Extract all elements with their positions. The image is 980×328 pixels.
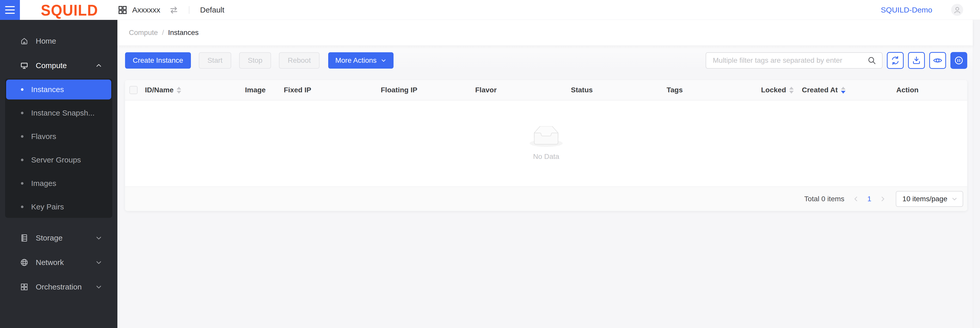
column-header-created-at[interactable]: Created At (799, 80, 893, 100)
menu-toggle-button[interactable] (0, 0, 20, 20)
domain-name: Default (200, 6, 224, 14)
auto-refresh-pause-button[interactable] (950, 52, 967, 69)
column-header-floating-ip: Floating IP (378, 80, 472, 100)
search-input[interactable] (713, 56, 867, 65)
sidebar-item-label: Compute (36, 61, 67, 70)
sidebar-item-flavors[interactable]: Flavors (6, 127, 111, 146)
sidebar-item-label: Home (36, 37, 56, 45)
sidebar-item-storage[interactable]: Storage (0, 228, 118, 248)
column-header-flavor: Flavor (472, 80, 568, 100)
sidebar-item-label: Server Groups (31, 155, 81, 164)
column-header-fixed-ip: Fixed IP (281, 80, 378, 100)
column-header-image: Image (242, 80, 281, 100)
chevron-down-icon (95, 259, 102, 266)
sidebar-item-label: Instances (31, 85, 64, 94)
select-all-cell (125, 80, 142, 100)
sidebar-item-key-pairs[interactable]: Key Pairs (6, 197, 111, 217)
instances-table: ID/Name Image Fixed IP Floating IP (125, 80, 967, 211)
switch-project-button[interactable] (169, 5, 179, 15)
hamburger-icon (5, 6, 15, 7)
topbar-divider (189, 6, 189, 14)
column-header-tags: Tags (663, 80, 758, 100)
brand-logo: SQUILD (41, 1, 118, 19)
chevron-left-icon (853, 196, 859, 202)
bullet-icon (21, 182, 24, 185)
reboot-button[interactable]: Reboot (279, 52, 319, 69)
breadcrumb-current: Instances (168, 29, 199, 37)
start-button[interactable]: Start (199, 52, 231, 69)
appstore-icon (118, 5, 127, 15)
sidebar-item-compute[interactable]: Compute (0, 55, 118, 76)
sidebar-item-label: Orchestration (36, 283, 82, 291)
page-size-select[interactable]: 10 items/page (896, 191, 963, 207)
breadcrumb-compute-link[interactable]: Compute (129, 29, 158, 37)
refresh-button[interactable] (887, 52, 904, 69)
pagination-bar: Total 0 items 1 (125, 187, 967, 211)
swap-icon (169, 5, 179, 15)
main-area: Compute / Instances Create Instance Star… (118, 20, 973, 328)
compute-icon (20, 61, 29, 70)
column-header-action: Action (893, 80, 967, 100)
orchestration-icon (20, 283, 29, 291)
stop-button[interactable]: Stop (239, 52, 271, 69)
sort-caret-icon (841, 87, 845, 93)
column-visibility-button[interactable] (929, 52, 946, 69)
no-data-label: No Data (533, 152, 559, 161)
sidebar-item-orchestration[interactable]: Orchestration (0, 277, 118, 297)
pause-circle-icon (954, 55, 964, 65)
scrollbar-track[interactable] (973, 20, 980, 328)
top-bar: SQUILD Axxxxxx Default SQUILD-Demo (0, 0, 980, 20)
sidebar-item-instance-snapshots[interactable]: Instance Snapsh... (6, 103, 111, 123)
user-menu-link[interactable]: SQUILD-Demo (881, 6, 932, 14)
empty-inbox-icon (530, 126, 563, 147)
column-header-status: Status (568, 80, 663, 100)
sort-caret-icon (789, 87, 794, 93)
chevron-right-icon (880, 196, 886, 202)
more-actions-button[interactable]: More Actions (328, 52, 393, 69)
sidebar-item-server-groups[interactable]: Server Groups (6, 150, 111, 170)
breadcrumb-separator: / (162, 29, 164, 37)
next-page-button[interactable] (880, 196, 886, 202)
sidebar-item-home[interactable]: Home (0, 31, 118, 51)
create-instance-button[interactable]: Create Instance (125, 52, 191, 69)
sidebar-item-network[interactable]: Network (0, 252, 118, 273)
bullet-icon (21, 158, 24, 161)
sort-caret-icon (177, 87, 181, 93)
page-number[interactable]: 1 (867, 195, 872, 203)
sidebar-item-label: Storage (36, 234, 62, 242)
search-icon (867, 56, 877, 65)
storage-icon (20, 234, 29, 242)
chevron-down-icon (95, 235, 102, 241)
column-header-id-name[interactable]: ID/Name (142, 80, 242, 100)
select-all-checkbox[interactable] (129, 86, 138, 94)
bullet-icon (21, 88, 24, 91)
previous-page-button[interactable] (853, 196, 859, 202)
breadcrumb: Compute / Instances (118, 20, 973, 45)
total-items-label: Total 0 items (804, 195, 844, 203)
column-header-locked[interactable]: Locked (758, 80, 799, 100)
sidebar-item-label: Instance Snapsh... (31, 109, 95, 117)
bullet-icon (21, 112, 24, 114)
project-switcher[interactable]: Axxxxxx Default (118, 5, 224, 15)
page-size-label: 10 items/page (902, 195, 947, 203)
chevron-down-icon (95, 284, 102, 290)
sidebar-item-images[interactable]: Images (6, 173, 111, 193)
network-icon (20, 258, 29, 267)
sidebar-item-label: Key Pairs (31, 203, 64, 211)
avatar[interactable] (951, 4, 963, 16)
filter-search (706, 52, 883, 69)
compute-submenu: Instances Instance Snapsh... Flavors Ser… (5, 79, 112, 218)
chevron-down-icon (947, 196, 958, 202)
sidebar: Home Compute Instances Instance (0, 20, 118, 328)
toolbar: Create Instance Start Stop Reboot More A… (125, 52, 967, 69)
eye-icon (932, 55, 943, 65)
chevron-up-icon (95, 62, 102, 69)
project-name: Axxxxxx (132, 6, 160, 14)
page-content: Create Instance Start Stop Reboot More A… (118, 45, 973, 328)
empty-state: No Data (125, 100, 967, 187)
home-icon (20, 37, 29, 45)
download-icon (912, 55, 921, 65)
download-button[interactable] (908, 52, 925, 69)
sidebar-item-instances[interactable]: Instances (6, 79, 111, 100)
sidebar-item-label: Images (31, 179, 56, 188)
